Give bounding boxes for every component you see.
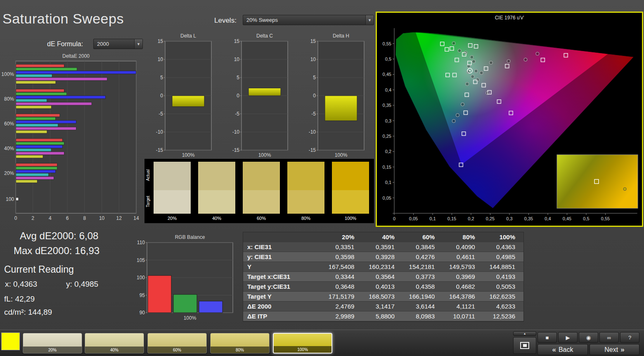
column-header: 80% [443, 233, 483, 240]
chart-title: DeltaE 2000 [62, 53, 90, 59]
deltae-bar-blue-60% [16, 120, 76, 123]
app-window: Saturation Sweeps Levels: 20% Sweeps ▼ d… [0, 0, 644, 356]
cell-value: 0,4013 [362, 283, 402, 290]
play-icon: ▶ [566, 335, 570, 341]
row-label: x: CIE31 [243, 243, 322, 250]
continuous-measure-button[interactable]: ∞ [599, 332, 619, 343]
delta-h-chart[interactable]: Delta H-15-10-5051015100% [304, 32, 367, 158]
delta-c-chart[interactable]: Delta C-15-10-5051015100% [227, 32, 290, 158]
play-button[interactable]: ▶ [558, 332, 578, 343]
measurement-point [507, 59, 510, 63]
collapse-button[interactable]: ▴ [513, 331, 536, 336]
deltae-bar-green-100% [16, 68, 77, 71]
svg-text:0,2: 0,2 [468, 216, 474, 221]
de-formula-dropdown[interactable]: 2000 ▼ [93, 39, 143, 49]
svg-text:10: 10 [234, 57, 240, 62]
display-window-button[interactable] [513, 337, 536, 354]
levels-dropdown[interactable]: 20% Sweeps ▼ [243, 15, 374, 25]
swatch-actual-color [243, 162, 280, 190]
back-button[interactable]: «Back [537, 344, 588, 355]
record-button[interactable]: ◉ [579, 332, 598, 343]
svg-text:12: 12 [116, 215, 122, 221]
svg-text:0,15: 0,15 [383, 165, 391, 170]
svg-text:10: 10 [310, 57, 316, 62]
measurement-point [458, 49, 461, 52]
svg-text:100: 100 [6, 196, 14, 202]
deltae-bar-magenta-60% [16, 127, 76, 130]
svg-text:0,4: 0,4 [385, 87, 391, 92]
rgb-balance-chart[interactable]: RGB Balance9095100105110100% [132, 233, 236, 323]
swatch-row-label-target: Target [146, 189, 150, 214]
inset-measurement-point [623, 188, 626, 191]
svg-text:0,2: 0,2 [385, 149, 391, 154]
help-icon: ? [628, 335, 631, 341]
cell-value: 164,3786 [443, 293, 483, 300]
measurement-point [480, 71, 483, 75]
swatch-actual-color [154, 162, 191, 190]
swatch-target-color [332, 190, 369, 214]
swatch-40% [198, 162, 235, 214]
current-reading-title: Current Reading [4, 264, 74, 275]
svg-text:0,45: 0,45 [383, 72, 391, 77]
swatch-label: 20% [154, 216, 191, 221]
deltae2000-chart[interactable]: DeltaE 200002468101214100%80%60%40%20%10… [0, 52, 140, 224]
patch-button-60%[interactable]: 60% [147, 333, 207, 354]
page-title: Saturation Sweeps [2, 11, 124, 27]
cell-value: 4,6233 [483, 303, 523, 310]
svg-text:100%: 100% [258, 152, 271, 158]
de-formula-label: dE Formula: [47, 40, 83, 48]
patch-button-20%[interactable]: 20% [23, 333, 82, 354]
measurement-point [536, 52, 539, 55]
deltae-bar-yellow-60% [16, 130, 47, 133]
patch-label: 100% [274, 346, 331, 353]
svg-text:110: 110 [137, 240, 145, 245]
svg-text:8: 8 [83, 215, 86, 221]
next-button[interactable]: Next» [590, 344, 639, 355]
deltae-bar-blue-40% [16, 145, 63, 148]
svg-text:60%: 60% [4, 121, 14, 127]
svg-text:100%: 100% [182, 152, 195, 158]
help-button[interactable]: ? [620, 332, 639, 343]
svg-text:0,3: 0,3 [385, 118, 391, 123]
svg-text:14: 14 [133, 215, 139, 221]
deltae-bar-yellow-40% [16, 155, 43, 158]
cell-value: 2,4769 [322, 303, 362, 310]
levels-label: Levels: [214, 17, 237, 25]
column-header: 60% [403, 233, 443, 240]
svg-text:0,5: 0,5 [385, 57, 391, 61]
cie-diagram-panel[interactable]: CIE 1976 u'v'00,050,050,10,10,150,150,20… [376, 12, 643, 227]
svg-text:0,05: 0,05 [383, 196, 391, 200]
deltae-bar-yellow-20% [16, 180, 38, 183]
max-de2000: Max dE2000: 16,93 [14, 245, 99, 257]
record-icon: ◉ [586, 335, 591, 341]
cell-value: 0,4985 [483, 253, 523, 260]
delta-l-chart[interactable]: Delta L-15-10-5051015100% [151, 32, 214, 158]
table-row: Y167,5408160,2314154,2181149,5793144,885… [243, 262, 523, 272]
avg-de2000: Avg dE2000: 6,08 [20, 230, 98, 242]
stop-button[interactable]: ■ [537, 332, 557, 343]
current-cdm2-value: cd/m²: 144,89 [4, 308, 52, 317]
row-label: Target x:CIE31 [243, 273, 322, 280]
patch-button-100%[interactable]: 100% [273, 333, 332, 354]
patch-label: 80% [211, 347, 269, 353]
svg-text:0,55: 0,55 [601, 216, 610, 221]
svg-text:10: 10 [158, 57, 163, 62]
patch-button-80%[interactable]: 80% [210, 333, 270, 354]
row-label: ΔE 2000 [243, 303, 322, 310]
column-header: 100% [483, 233, 523, 240]
delta_c-bar [249, 88, 281, 96]
measurement-point [452, 119, 455, 123]
svg-text:100%: 100% [335, 152, 348, 158]
swatch-label: 100% [332, 216, 369, 221]
cell-value: 3,6144 [403, 303, 443, 310]
measurement-point [489, 61, 492, 64]
measurement-point [470, 56, 474, 59]
svg-text:0,4: 0,4 [545, 216, 551, 221]
patch-button-40%[interactable]: 40% [85, 333, 144, 354]
cell-value: 0,4193 [483, 273, 523, 280]
measurement-point [461, 103, 464, 106]
chart-title: Delta H [333, 33, 349, 39]
continuous-measure-icon: ∞ [607, 335, 611, 341]
measurement-point [456, 113, 459, 117]
cell-value: 0,4611 [443, 253, 483, 260]
